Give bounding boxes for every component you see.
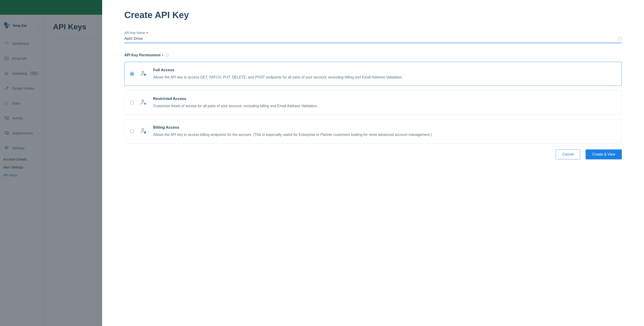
- required-indicator-icon: [146, 32, 148, 33]
- user-dollar-icon: [140, 128, 147, 135]
- cancel-button[interactable]: Cancel: [556, 150, 580, 160]
- api-key-name-label: API Key Name: [124, 31, 145, 35]
- radio-icon: [130, 129, 134, 133]
- svg-point-9: [142, 100, 144, 102]
- permission-description: Allows the API key to access billing end…: [153, 132, 432, 137]
- permission-title: Full Access: [153, 68, 402, 72]
- create-api-key-panel: Create API Key API Key Name i API Key Pe…: [102, 0, 644, 326]
- info-icon[interactable]: i: [164, 53, 169, 57]
- user-star-icon: [140, 70, 147, 78]
- user-gear-icon: [140, 99, 147, 107]
- svg-point-8: [142, 71, 144, 73]
- svg-point-11: [142, 129, 144, 131]
- permission-option-billing-access[interactable]: Billing Access Allows the API key to acc…: [124, 119, 622, 143]
- api-key-name-input[interactable]: [124, 35, 622, 43]
- permission-option-restricted-access[interactable]: Restricted Access Customize levels of ac…: [124, 90, 622, 115]
- permission-description: Customize levels of access for all parts…: [153, 103, 318, 109]
- permission-description: Allows the API key to access GET, PATCH,…: [153, 75, 402, 80]
- permission-title: Billing Access: [153, 125, 432, 130]
- permissions-label-text: API Key Permissions: [124, 53, 160, 57]
- permissions-section-label: API Key Permissions • i: [124, 53, 622, 57]
- info-icon[interactable]: i: [618, 37, 622, 41]
- modal-title: Create API Key: [124, 10, 622, 20]
- api-key-name-field: API Key Name i: [124, 31, 622, 43]
- modal-actions: Cancel Create & View: [124, 150, 622, 160]
- create-view-button[interactable]: Create & View: [586, 150, 622, 160]
- radio-icon: [130, 101, 134, 105]
- radio-icon: [130, 72, 134, 76]
- permission-option-full-access[interactable]: Full Access Allows the API key to access…: [124, 62, 622, 86]
- svg-point-10: [144, 103, 146, 104]
- permission-title: Restricted Access: [153, 97, 318, 101]
